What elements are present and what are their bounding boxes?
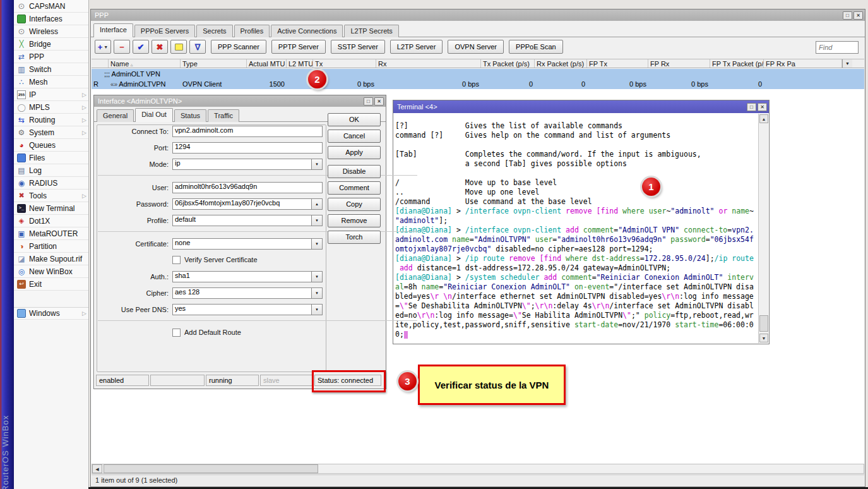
terminal-scrollbar[interactable]: ▲ ▼ [758,114,768,343]
dropdown-icon[interactable]: ▼ [312,287,323,299]
ovpn-server-button[interactable]: OVPN Server [448,40,504,54]
tab-active-connections[interactable]: Active Connections [271,25,343,37]
sidebar-item-windows[interactable]: Windows▷ [14,307,88,320]
sidebar-item-ip[interactable]: 255IP▷ [14,88,88,101]
sidebar-item-system[interactable]: ⚙System▷ [14,126,88,139]
dialog-tab-status[interactable]: Status [174,109,206,122]
column-header-actual-mtu[interactable]: Actual MTU [247,59,287,68]
sidebar-item-routing[interactable]: ⇆Routing▷ [14,114,88,126]
column-header-fp-tx-packet-p-s-[interactable]: FP Tx Packet (p/s) [710,59,764,68]
sidebar-item-metarouter[interactable]: ▣MetaROUTER [14,227,88,240]
terminal-titlebar[interactable]: Terminal <4> □ ✕ [393,100,769,113]
maximize-icon[interactable]: □ [747,103,756,111]
column-header-name[interactable]: Name ▵ [109,59,181,68]
table-row-interface[interactable]: R«»AdminOLTVPNOVPN Client15000 bps0 bps0… [92,79,864,89]
cancel-button[interactable]: Cancel [328,130,381,143]
ok-button[interactable]: OK [328,113,381,126]
copy-button[interactable]: Copy [328,198,381,211]
close-icon[interactable]: ✕ [853,11,863,20]
pppoe-scan-button[interactable]: PPPoE Scan [509,40,563,54]
comment-button[interactable]: Comment [328,181,381,195]
sidebar-item-radius[interactable]: ◉RADIUS [14,177,88,190]
filter-button[interactable]: ∇ [189,40,206,54]
tab-profiles[interactable]: Profiles [234,25,270,37]
sidebar-item-new-terminal[interactable]: >_New Terminal [14,202,88,215]
sidebar-item-ppp[interactable]: ⇄PPP [14,51,88,63]
ppp-titlebar[interactable]: PPP □ ✕ [91,9,865,21]
sidebar-item-new-winbox[interactable]: ◎New WinBox [14,265,88,278]
scroll-down-icon[interactable]: ▼ [759,334,768,342]
sidebar-item-queues[interactable]: ◕Queues [14,139,88,152]
ppp-scanner-button[interactable]: PPP Scanner [211,40,266,54]
tab-l2tp-secrets[interactable]: L2TP Secrets [344,25,398,37]
table-row-comment[interactable]: ;;; AdminOLT VPN [92,69,864,79]
field-input[interactable]: yes [172,304,312,315]
sidebar-item-switch[interactable]: ▥Switch [14,63,88,76]
column-header-rx[interactable]: Rx [376,59,481,68]
sidebar-item-dot1x[interactable]: ◈Dot1X [14,215,88,227]
column-header-flag[interactable] [92,59,109,68]
checkbox[interactable] [172,329,181,337]
add-button[interactable]: +▼ [95,40,111,54]
tab-secrets[interactable]: Secrets [196,25,232,37]
disable-button[interactable]: ✖ [152,40,168,54]
tab-interface[interactable]: Interface [93,23,133,37]
column-header-fp-rx[interactable]: FP Rx [648,59,710,68]
field-input[interactable]: none [172,238,312,250]
enable-button[interactable]: ✔ [133,40,149,54]
sidebar-item-log[interactable]: ▤Log [14,164,88,177]
dialog-tab-general[interactable]: General [97,109,134,122]
scroll-up-icon[interactable]: ▲ [759,114,768,123]
maximize-icon[interactable]: □ [364,97,373,106]
terminal-output[interactable]: [?] Gives the list of available commands… [394,114,758,343]
close-icon[interactable]: ✕ [374,97,384,106]
hide-password-icon[interactable]: ▲ [312,198,323,210]
find-input[interactable] [816,41,859,54]
tab-pppoe-servers[interactable]: PPPoE Servers [134,25,195,37]
sidebar-item-files[interactable]: Files [14,152,88,164]
sidebar-item-wireless[interactable]: ⊙Wireless [14,25,88,38]
torch-button[interactable]: Torch [328,231,381,244]
field-input[interactable]: aes 128 [172,287,312,299]
apply-button[interactable]: Apply [328,146,381,159]
sidebar-item-make-supout[interactable]: ◪Make Supout.rif [14,253,88,265]
column-header-fp-rx-pa[interactable]: FP Rx Pa [764,59,842,68]
l2tp-server-button[interactable]: L2TP Server [390,40,443,54]
maximize-icon[interactable]: □ [843,11,852,20]
column-chooser-icon[interactable]: ▼ [842,59,852,68]
remove-button[interactable]: Remove [328,214,381,227]
sidebar-item-mesh[interactable]: ∴Mesh [14,76,88,88]
dropdown-icon[interactable]: ▼ [312,159,323,170]
column-header-l2-mtu[interactable]: L2 MTU [287,59,313,68]
dropdown-icon[interactable]: ▼ [312,271,323,282]
horizontal-scrollbar[interactable]: ◀ [92,464,864,474]
sidebar-item-bridge[interactable]: ╳Bridge [14,38,88,51]
scrollbar-thumb[interactable] [104,464,318,473]
dropdown-icon[interactable]: ▼ [312,215,323,226]
field-input[interactable]: sha1 [172,271,312,282]
sstp-server-button[interactable]: SSTP Server [331,40,385,54]
sidebar-item-interfaces[interactable]: Interfaces [14,13,88,25]
field-input[interactable]: adminolt0hr6o13v96adq9n [172,182,323,193]
close-icon[interactable]: ✕ [758,103,767,111]
dialog-titlebar[interactable]: Interface <AdminOLTVPN> □ ✕ [94,95,386,107]
column-header-fp-tx[interactable]: FP Tx [587,59,648,68]
pptp-server-button[interactable]: PPTP Server [271,40,326,54]
comment-button[interactable] [170,40,187,54]
column-header-type[interactable]: Type [181,59,247,68]
column-header-tx-packet-p-s-[interactable]: Tx Packet (p/s) [481,59,535,68]
dropdown-icon[interactable]: ▼ [312,304,323,315]
scrollbar-thumb[interactable] [759,315,768,332]
field-input[interactable]: 06jbsx54fomtojxm1ay807rje0vcbq [172,198,312,210]
column-header-rx-packet-p-s-[interactable]: Rx Packet (p/s) [535,59,587,68]
dropdown-icon[interactable]: ▼ [312,238,323,250]
field-input[interactable]: 1294 [172,142,323,154]
field-input[interactable]: ip [172,159,312,170]
dialog-tab-dial-out[interactable]: Dial Out [135,108,173,122]
checkbox[interactable] [172,256,181,264]
sidebar-item-capsman[interactable]: ⊙CAPsMAN [14,0,88,13]
sidebar-item-mpls[interactable]: ◯MPLS▷ [14,101,88,114]
sidebar-item-partition[interactable]: ◑Partition [14,240,88,253]
field-input[interactable]: default [172,215,312,226]
dialog-tab-traffic[interactable]: Traffic [208,109,239,122]
